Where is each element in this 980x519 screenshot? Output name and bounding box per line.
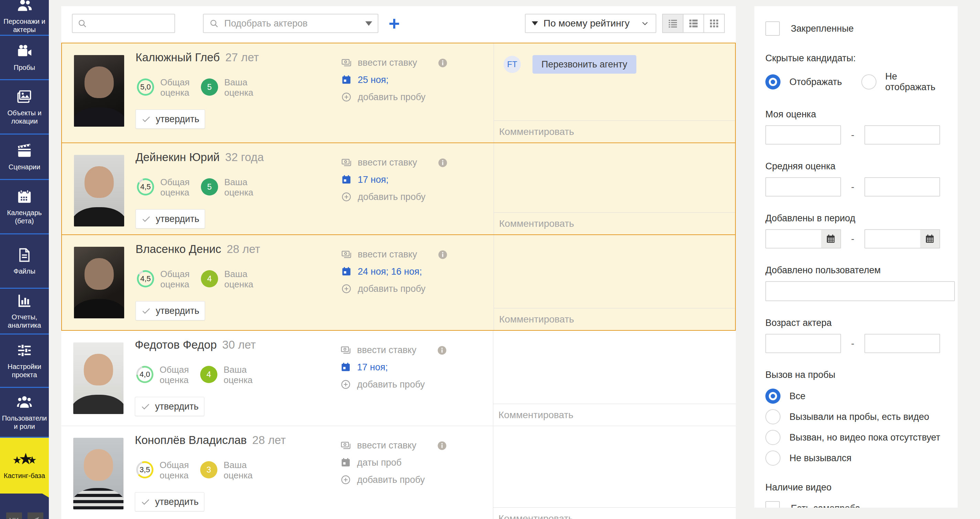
probe-dates-link[interactable]: 17 ноя;	[358, 174, 389, 185]
add-probe-link[interactable]: добавить пробу	[358, 92, 425, 102]
radio-option[interactable]: Все	[765, 388, 947, 404]
actor-name[interactable]: Калюжный Глеб	[135, 51, 220, 64]
add-probe-link[interactable]: добавить пробу	[358, 192, 425, 202]
search-input[interactable]	[91, 18, 170, 29]
sidebar-item-9[interactable]: Пользователи и роли	[0, 388, 49, 438]
radio-option[interactable]: Не отображать	[861, 71, 947, 93]
avg-score-from-input[interactable]	[765, 177, 841, 196]
view-toggle-button[interactable]	[703, 14, 725, 33]
comment-input[interactable]: Комментировать	[493, 212, 735, 235]
sidebar-item-label: Персонажи и актеры	[2, 17, 48, 34]
view-toggle-button[interactable]	[683, 14, 704, 33]
approve-button[interactable]: утвердить	[135, 492, 204, 511]
banknote-icon	[341, 57, 352, 68]
actor-photo[interactable]	[74, 247, 124, 318]
actor-name[interactable]: Дейнекин Юрий	[135, 151, 220, 163]
approve-button[interactable]: утвердить	[135, 301, 205, 320]
radio-option[interactable]: Отображать	[765, 71, 842, 93]
actor-photo[interactable]	[74, 155, 124, 227]
sort-dropdown[interactable]: По моему рейтингу	[525, 14, 656, 33]
actor-name[interactable]: Федотов Федор	[135, 338, 217, 351]
probe-dates-link[interactable]: 17 ноя;	[357, 362, 388, 373]
enter-rate-link[interactable]: ввести ставку	[358, 249, 417, 260]
radio-option[interactable]: Вызван, но видео пока отсутствует	[765, 430, 947, 445]
enter-rate-link[interactable]: ввести ставку	[358, 157, 417, 168]
your-rating-badge[interactable]: 3	[200, 461, 217, 478]
date-picker-button[interactable]	[821, 230, 840, 248]
comment-input[interactable]: Комментировать	[493, 308, 735, 330]
enter-rate-link[interactable]: ввести ставку	[358, 57, 417, 68]
comment-input[interactable]: Комментировать	[493, 507, 736, 519]
pinned-checkbox[interactable]	[765, 21, 780, 36]
paper-plane-icon[interactable]	[27, 513, 43, 519]
agent-avatar[interactable]: FT	[504, 56, 521, 73]
info-icon[interactable]	[438, 58, 448, 68]
info-icon[interactable]	[438, 158, 448, 168]
sidebar-item-2[interactable]: Пробы	[0, 36, 49, 80]
sidebar-item-6[interactable]: Файлы	[0, 235, 49, 289]
your-rating-badge[interactable]: 5	[201, 78, 218, 96]
actor-age: 27 лет	[225, 51, 259, 64]
my-score-from-input[interactable]	[765, 125, 841, 145]
info-icon[interactable]	[437, 345, 447, 356]
radio-icon[interactable]	[765, 74, 781, 89]
your-rating-badge[interactable]: 5	[201, 178, 218, 195]
actor-photo[interactable]	[73, 342, 124, 414]
actor-picker-input[interactable]	[224, 18, 360, 29]
date-picker-button[interactable]	[920, 230, 939, 248]
callback-agent-button[interactable]: Перезвонить агенту	[533, 55, 636, 73]
your-rating-badge[interactable]: 4	[200, 366, 217, 383]
view-toggle-button[interactable]	[662, 14, 684, 33]
clapperboard-icon	[16, 143, 32, 159]
radio-icon[interactable]	[765, 409, 781, 424]
sidebar-item-3[interactable]: Объекты и локации	[0, 80, 49, 134]
approve-button[interactable]: утвердить	[135, 109, 205, 129]
checkbox-option[interactable]: Есть самопроба	[765, 501, 947, 508]
actor-name[interactable]: Коноплёв Владислав	[135, 434, 247, 446]
overall-rating-label: Общая оценка	[160, 177, 203, 198]
comment-input[interactable]: Комментировать	[493, 120, 735, 142]
date-to-input[interactable]	[865, 230, 920, 248]
sidebar-item-7[interactable]: Отчеты, аналитика	[0, 289, 49, 335]
checkbox-icon[interactable]	[765, 501, 780, 508]
actor-photo[interactable]	[74, 55, 124, 127]
radio-icon[interactable]	[861, 74, 877, 89]
sidebar-item-10[interactable]: ★★★ Кастинг-база	[0, 438, 49, 493]
added-by-input[interactable]	[765, 281, 955, 301]
radio-icon[interactable]	[765, 450, 781, 466]
actor-name[interactable]: Власенко Денис	[135, 243, 221, 256]
radio-icon[interactable]	[765, 388, 781, 404]
vk-icon[interactable]: VK	[6, 513, 22, 519]
range-separator: -	[848, 233, 858, 244]
sidebar-item-5[interactable]: Календарь (бета)	[0, 180, 49, 235]
probe-dates-link[interactable]: 24 ноя; 16 ноя;	[358, 267, 422, 277]
sidebar-item-4[interactable]: Сценарии	[0, 134, 49, 180]
sidebar-item-1[interactable]: Персонажи и актеры	[0, 0, 49, 36]
add-probe-link[interactable]: добавить пробу	[358, 284, 425, 294]
age-to-input[interactable]	[864, 334, 940, 353]
my-score-to-input[interactable]	[864, 125, 940, 145]
sort-direction-icon[interactable]	[532, 21, 538, 26]
avg-score-to-input[interactable]	[864, 177, 940, 196]
add-actor-button[interactable]: +	[385, 14, 403, 32]
add-probe-link[interactable]: добавить пробу	[357, 379, 425, 390]
info-icon[interactable]	[438, 249, 448, 260]
radio-icon[interactable]	[765, 430, 781, 445]
comment-input[interactable]: Комментировать	[493, 404, 736, 426]
approve-button[interactable]: утвердить	[135, 397, 204, 416]
enter-rate-link[interactable]: ввести ставку	[357, 345, 416, 356]
approve-button[interactable]: утвердить	[135, 209, 205, 228]
your-rating-badge[interactable]: 4	[201, 270, 218, 287]
caret-down-icon[interactable]	[365, 21, 372, 26]
radio-option[interactable]: Вызывали на пробы, есть видео	[765, 409, 947, 424]
radio-option[interactable]: Не вызывался	[765, 450, 947, 466]
actor-photo[interactable]	[73, 438, 124, 509]
age-from-input[interactable]	[765, 334, 841, 353]
add-probe-link[interactable]: добавить пробу	[357, 474, 425, 485]
probe-dates-link[interactable]: даты проб	[357, 457, 402, 468]
info-icon[interactable]	[437, 441, 447, 451]
sidebar-item-8[interactable]: Настройки проекта	[0, 335, 49, 388]
probe-dates-link[interactable]: 25 ноя;	[358, 75, 389, 85]
date-from-input[interactable]	[766, 230, 821, 248]
enter-rate-link[interactable]: ввести ставку	[357, 440, 416, 451]
